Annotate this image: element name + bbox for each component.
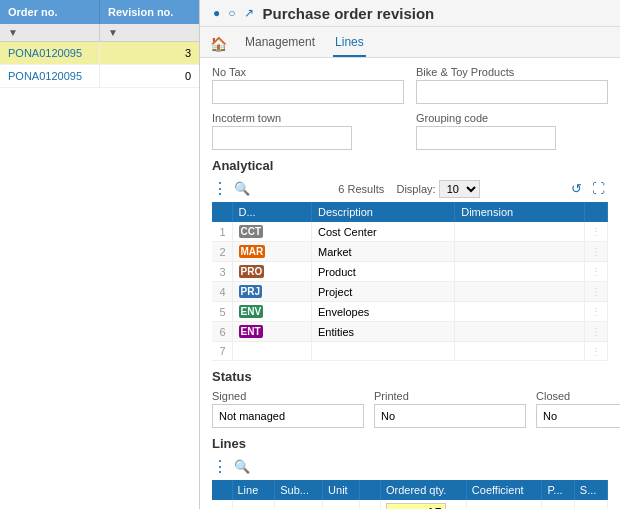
lines-col-menu	[359, 480, 380, 500]
dim-tag: ENT	[239, 325, 263, 338]
nav-left-button[interactable]: ●	[210, 4, 223, 22]
dim-tag-cell	[232, 342, 311, 361]
lines-col-sub: Sub...	[275, 480, 323, 500]
row-num: 5	[212, 302, 232, 322]
lines-table-header-row: Line Sub... Unit Ordered qty. Coefficien…	[212, 480, 608, 500]
row-menu-dots[interactable]: ⋮	[585, 242, 608, 262]
tab-lines[interactable]: Lines	[333, 31, 366, 57]
bike-toy-label: Bike & Toy Products	[416, 66, 608, 78]
display-label: Display:	[396, 183, 435, 195]
lines-toolbar: ⋮ 🔍	[212, 457, 608, 476]
description-cell: Project	[311, 282, 454, 302]
form-row-top: No Tax Bike & Toy Products	[212, 66, 608, 104]
expand-button[interactable]: ⛶	[589, 180, 608, 197]
tab-management[interactable]: Management	[243, 31, 317, 57]
content-area: No Tax Bike & Toy Products Incoterm town…	[200, 58, 620, 509]
order-cell: PONA0120095	[0, 42, 100, 64]
analytical-menu-icon[interactable]: ⋮	[212, 179, 228, 198]
dimension-cell	[455, 242, 585, 262]
lines-search-button[interactable]: 🔍	[234, 459, 250, 474]
order-no-header: Order no.	[0, 0, 100, 24]
analytical-section-title: Analytical	[212, 158, 608, 173]
lines-col-coefficient: Coefficient	[466, 480, 542, 500]
tab-home[interactable]: 🏠	[210, 36, 227, 52]
printed-input[interactable]	[374, 404, 526, 428]
description-cell: Envelopes	[311, 302, 454, 322]
row-menu-dots[interactable]: ⋮	[585, 262, 608, 282]
grouping-code-label: Grouping code	[416, 112, 608, 124]
description-cell: Cost Center	[311, 222, 454, 242]
revision-no-header: Revision no.	[100, 0, 199, 24]
order-filter[interactable]: ▼	[0, 24, 100, 41]
order-filter-icon: ▼	[8, 27, 18, 38]
list-item[interactable]: PONA0120095 0	[0, 65, 199, 88]
analytical-table: D... Description Dimension 1 CCT Cost Ce…	[212, 202, 608, 361]
bike-toy-group: Bike & Toy Products	[416, 66, 608, 104]
col-dimension: Dimension	[455, 202, 585, 222]
closed-input[interactable]	[536, 404, 620, 428]
row-num: 1	[212, 500, 232, 509]
display-select[interactable]: 10 20 50	[439, 180, 480, 198]
table-row: 6 ENT Entities ⋮	[212, 322, 608, 342]
ordered-qty-input[interactable]	[386, 503, 446, 509]
lines-menu-icon[interactable]: ⋮	[212, 457, 228, 476]
lines-table: Line Sub... Unit Ordered qty. Coefficien…	[212, 480, 608, 509]
ordered-qty-cell[interactable]	[380, 500, 466, 509]
lines-col-num	[212, 480, 232, 500]
unit-cell: UN	[323, 500, 360, 509]
row-num: 6	[212, 322, 232, 342]
row-num: 2	[212, 242, 232, 262]
sub-cell	[275, 500, 323, 509]
dim-tag-cell: MAR	[232, 242, 311, 262]
table-row: 3 PRO Product ⋮	[212, 262, 608, 282]
dim-tag: CCT	[239, 225, 264, 238]
dim-tag: ENV	[239, 305, 264, 318]
col-description: Description	[311, 202, 454, 222]
lines-col-line: Line	[232, 480, 275, 500]
no-tax-group: No Tax	[212, 66, 404, 104]
row-menu-dots[interactable]: ⋮	[585, 222, 608, 242]
revision-filter[interactable]: ▼	[100, 24, 199, 41]
nav-expand-button[interactable]: ↗	[241, 4, 257, 22]
dimension-cell	[455, 262, 585, 282]
line-cell: 2000	[232, 500, 275, 509]
lines-col-unit: Unit	[323, 480, 360, 500]
lines-col-p: P...	[542, 480, 574, 500]
bike-toy-input[interactable]	[416, 80, 608, 104]
table-actions: ↺ ⛶	[568, 180, 608, 197]
order-cell: PONA0120095	[0, 65, 100, 87]
dim-tag-cell: CCT	[232, 222, 311, 242]
col-menu	[212, 202, 232, 222]
s-cell: UN	[574, 500, 607, 509]
page-title: Purchase order revision	[263, 5, 435, 22]
coefficient-cell: 1.000000	[466, 500, 542, 509]
list-item[interactable]: PONA0120095 3	[0, 42, 199, 65]
description-cell: Product	[311, 262, 454, 282]
row-menu-dots[interactable]: ⋮	[359, 500, 380, 509]
incoterm-label: Incoterm town	[212, 112, 404, 124]
analytical-search-button[interactable]: 🔍	[234, 181, 250, 196]
dimension-cell	[455, 342, 585, 361]
row-menu-dots[interactable]: ⋮	[585, 282, 608, 302]
lines-col-ordered-qty: Ordered qty.	[380, 480, 466, 500]
incoterm-input[interactable]	[212, 126, 352, 150]
p-cell: UN	[542, 500, 574, 509]
dim-tag: MAR	[239, 245, 266, 258]
no-tax-input[interactable]	[212, 80, 404, 104]
dim-tag: PRJ	[239, 285, 262, 298]
closed-label: Closed	[536, 390, 620, 402]
results-info: 6 Results Display: 10 20 50	[256, 180, 562, 198]
grouping-code-input[interactable]	[416, 126, 556, 150]
row-menu-dots[interactable]: ⋮	[585, 342, 608, 361]
signed-input[interactable]	[212, 404, 364, 428]
dim-tag-cell: PRJ	[232, 282, 311, 302]
table-row: 7 ⋮	[212, 342, 608, 361]
printed-label: Printed	[374, 390, 526, 402]
row-menu-dots[interactable]: ⋮	[585, 302, 608, 322]
refresh-button[interactable]: ↺	[568, 180, 585, 197]
table-row: 5 ENV Envelopes ⋮	[212, 302, 608, 322]
revision-filter-icon: ▼	[108, 27, 118, 38]
top-bar: ● ○ ↗ Purchase order revision	[200, 0, 620, 27]
row-menu-dots[interactable]: ⋮	[585, 322, 608, 342]
nav-right-button[interactable]: ○	[225, 4, 238, 22]
